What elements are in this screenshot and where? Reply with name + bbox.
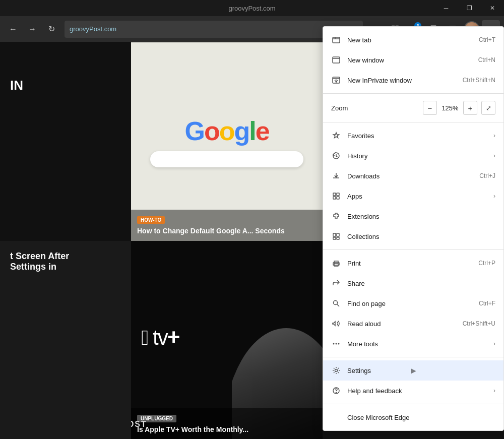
share-icon (331, 278, 341, 288)
forward-button[interactable]: → (23, 20, 41, 38)
card1-title: How to Change Default Google A... Second… (137, 226, 317, 235)
google-article-card[interactable]: Google HOW-TO How to Change Default Goog… (131, 42, 323, 241)
new-tab-label: New tab (347, 36, 479, 44)
menu-item-apps[interactable]: Apps › (323, 186, 503, 206)
new-tab-shortcut: Ctrl+T (479, 36, 495, 43)
zoom-row: Zoom − 125% + ⤢ (323, 97, 503, 119)
favorites-menu-icon (331, 131, 341, 141)
svg-point-31 (335, 369, 338, 372)
share-label: Share (347, 280, 495, 287)
help-icon (331, 386, 341, 396)
menu-item-share[interactable]: Share (323, 273, 503, 293)
new-window-icon (331, 55, 341, 65)
more-tools-icon (331, 339, 341, 349)
new-window-label: New window (347, 56, 478, 64)
apps-label: Apps (347, 193, 489, 200)
extensions-label: Extensions (347, 213, 495, 220)
downloads-shortcut: Ctrl+J (479, 172, 495, 179)
svg-rect-7 (333, 37, 340, 43)
apps-arrow: › (493, 193, 495, 200)
zoom-plus-button[interactable]: + (463, 101, 477, 115)
downloads-label: Downloads (347, 172, 479, 180)
downloads-menu-icon (331, 171, 341, 181)
svg-rect-10 (333, 57, 340, 63)
menu-item-close-edge[interactable]: Close Microsoft Edge (323, 407, 503, 427)
google-logo: Google (184, 116, 269, 146)
settings-text: Settings in (10, 262, 56, 272)
read-aloud-label: Read aloud (347, 320, 463, 328)
menu-item-find[interactable]: Find on page Ctrl+F (323, 293, 503, 313)
collections-menu-icon (331, 231, 341, 241)
menu-item-help[interactable]: Help and feedback › (323, 381, 503, 401)
minimize-button[interactable]: ─ (434, 0, 458, 16)
refresh-button[interactable]: ↻ (42, 20, 60, 38)
svg-line-27 (337, 304, 340, 307)
svg-point-30 (338, 343, 340, 345)
menu-item-collections[interactable]: Collections (323, 226, 503, 246)
content-heading: IN (10, 78, 23, 93)
svg-rect-23 (337, 237, 339, 239)
zoom-minus-button[interactable]: − (423, 101, 437, 115)
new-window-shortcut: Ctrl+N (478, 56, 495, 64)
more-tools-label: More tools (347, 340, 489, 348)
settings-icon (331, 365, 341, 375)
settings-label: Settings (347, 367, 495, 374)
back-button[interactable]: ← (4, 20, 22, 38)
menu-item-read-aloud[interactable]: Read aloud Ctrl+Shift+U (323, 313, 503, 334)
favorites-label: Favorites (347, 132, 489, 140)
find-icon (331, 298, 341, 308)
title-bar-buttons: ─ ❐ ✕ (434, 0, 504, 16)
history-menu-icon (331, 151, 341, 161)
new-tab-icon (331, 35, 341, 45)
more-tools-arrow: › (493, 340, 495, 347)
menu-item-print[interactable]: Print Ctrl+P (323, 253, 503, 273)
left-bottom-card: t Screen After Settings in (0, 241, 131, 440)
history-label: History (347, 152, 489, 160)
divider-1 (323, 93, 503, 94)
svg-point-33 (336, 392, 336, 393)
collections-label: Collections (347, 233, 495, 240)
zoom-controls: − 125% + ⤢ (423, 101, 495, 115)
apps-menu-icon (331, 191, 341, 201)
inprivate-label: New InPrivate window (347, 77, 463, 84)
menu-item-extensions[interactable]: Extensions (323, 206, 503, 226)
divider-2 (323, 122, 503, 122)
print-label: Print (347, 260, 478, 267)
close-button[interactable]: ✕ (481, 0, 504, 16)
svg-rect-18 (333, 197, 336, 199)
svg-rect-21 (337, 233, 339, 236)
print-icon (331, 258, 341, 268)
nav-icons: ← → ↻ (4, 20, 60, 38)
find-label: Find on page (347, 300, 479, 307)
inprivate-shortcut: Ctrl+Shift+N (463, 77, 495, 84)
menu-item-new-window[interactable]: New window Ctrl+N (323, 50, 503, 70)
menu-item-inprivate[interactable]: New InPrivate window Ctrl+Shift+N (323, 70, 503, 90)
divider-4 (323, 357, 503, 357)
history-arrow: › (493, 152, 495, 159)
read-aloud-icon (331, 319, 341, 329)
zoom-expand-button[interactable]: ⤢ (481, 101, 495, 115)
zoom-value-display: 125% (439, 104, 461, 112)
menu-item-settings[interactable]: Settings ▶ (323, 360, 503, 381)
address-bar[interactable]: groovyPost.com (65, 21, 363, 38)
menu-item-downloads[interactable]: Downloads Ctrl+J (323, 166, 503, 186)
close-edge-icon (331, 412, 341, 422)
menu-item-favorites[interactable]: Favorites › (323, 126, 503, 146)
svg-rect-16 (333, 193, 336, 196)
menu-item-history[interactable]: History › (323, 146, 503, 166)
title-bar-title: groovyPost.com (228, 5, 275, 12)
google-search-bar-visual (150, 151, 303, 167)
help-arrow: › (493, 387, 495, 394)
close-edge-label: Close Microsoft Edge (347, 414, 495, 421)
svg-rect-19 (337, 197, 339, 199)
svg-rect-22 (333, 237, 336, 239)
appletv-logo-text:  tv+ (141, 325, 179, 350)
title-bar: groovyPost.com ─ ❐ ✕ (0, 0, 504, 16)
menu-item-more-tools[interactable]: More tools › (323, 334, 503, 354)
favorites-arrow: › (493, 132, 495, 139)
dropdown-menu: New tab Ctrl+T New window Ctrl+N New InP… (323, 26, 504, 431)
extensions-menu-icon (331, 211, 341, 221)
menu-item-new-tab[interactable]: New tab Ctrl+T (323, 30, 503, 50)
address-text: groovyPost.com (70, 25, 116, 33)
maximize-button[interactable]: ❐ (458, 0, 481, 16)
